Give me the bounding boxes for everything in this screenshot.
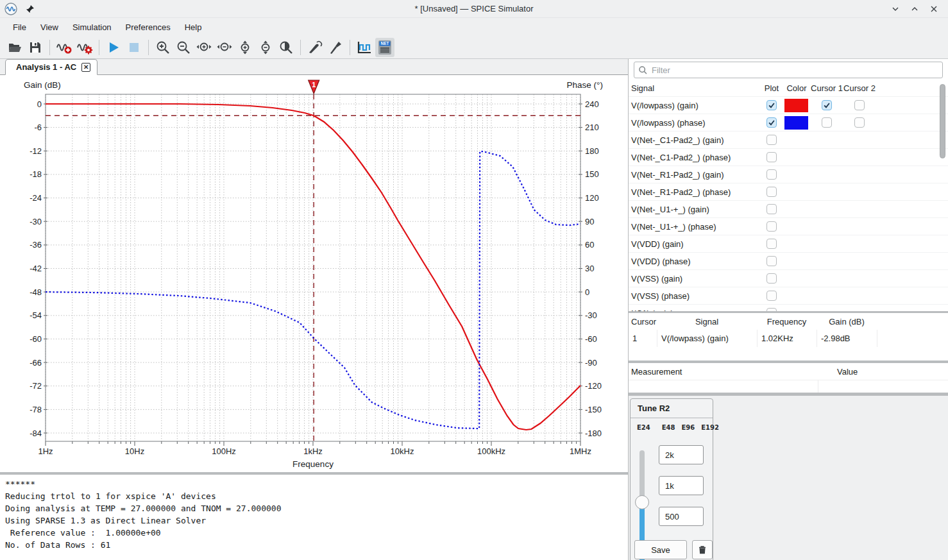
plot-checkbox[interactable] — [761, 169, 783, 180]
stop-simulation-button[interactable] — [124, 38, 144, 57]
close-button[interactable] — [929, 4, 939, 14]
signal-row[interactable]: V(VDD) (phase) — [629, 252, 948, 269]
tune-delete-button[interactable] — [692, 540, 713, 559]
e-series-tab-e96[interactable]: E96 — [679, 421, 698, 434]
tune-value-field[interactable]: 1k — [659, 476, 704, 495]
signal-row[interactable]: V(Net-_U1-+_) (gain) — [629, 200, 948, 217]
tune-slider-handle[interactable] — [635, 495, 649, 509]
cursor2-checkbox[interactable] — [843, 117, 876, 128]
checkbox[interactable] — [766, 135, 777, 145]
maximize-button[interactable] — [910, 4, 920, 14]
signal-row[interactable]: V(VSS) (gain) — [629, 269, 948, 287]
signal-name: I(C1) (gain) — [629, 309, 761, 312]
svg-text:-180: -180 — [585, 428, 602, 438]
signal-row[interactable]: V(VDD) (gain) — [629, 235, 948, 252]
menu-preferences[interactable]: Preferences — [119, 20, 177, 35]
pin-icon[interactable] — [25, 4, 35, 14]
plot-checkbox[interactable] — [761, 239, 783, 249]
tab-close-icon[interactable]: ✕ — [81, 63, 90, 72]
checkbox[interactable] — [766, 169, 777, 180]
signal-row[interactable]: V(Net-_R1-Pad2_) (phase) — [629, 183, 948, 200]
menu-simulation[interactable]: Simulation — [66, 20, 118, 35]
probe-button[interactable] — [305, 38, 325, 57]
signal-row[interactable]: V(/lowpass) (phase) — [629, 114, 948, 131]
measurement-empty-row[interactable] — [629, 380, 948, 393]
plot-checkbox[interactable] — [761, 291, 783, 301]
svg-text:1Hz: 1Hz — [38, 446, 53, 456]
signal-row[interactable]: V(Net-_C1-Pad2_) (gain) — [629, 131, 948, 148]
cursor2-checkbox[interactable] — [843, 100, 876, 110]
zoom-in-button[interactable] — [153, 38, 173, 57]
signal-list-scrollbar[interactable] — [940, 84, 945, 158]
new-analysis-button[interactable] — [55, 38, 74, 57]
zoom-to-fit-button[interactable] — [276, 38, 296, 57]
tab-analysis-1-ac[interactable]: Analysis 1 - AC ✕ — [5, 59, 97, 75]
zoom-in-vertically-button[interactable] — [235, 38, 255, 57]
plot-checkbox[interactable] — [761, 187, 783, 197]
tune-max-field[interactable]: 2k — [659, 445, 704, 464]
plot-checkbox[interactable] — [761, 135, 783, 145]
menu-file[interactable]: File — [6, 20, 33, 35]
sim-settings-button[interactable] — [75, 38, 94, 57]
e-series-tab-e48[interactable]: E48 — [659, 421, 679, 434]
plot-checkbox[interactable] — [761, 204, 783, 214]
checkbox[interactable] — [766, 221, 777, 232]
tune-button[interactable] — [326, 38, 345, 57]
signal-row[interactable]: V(VSS) (phase) — [629, 287, 948, 304]
menu-view[interactable]: View — [34, 20, 65, 35]
signal-row[interactable]: V(Net-_U1-+_) (phase) — [629, 217, 948, 235]
checkbox[interactable] — [822, 117, 832, 128]
plot-canvas[interactable]: 0240-6210-12180-18150-24120-3090-3660-42… — [0, 75, 629, 472]
e-series-tab-e192[interactable]: E192 — [698, 421, 722, 434]
plot-checkbox[interactable] — [761, 221, 783, 232]
checkbox[interactable] — [766, 256, 777, 266]
checkbox[interactable] — [854, 100, 865, 110]
open-workbook-button[interactable] — [5, 38, 24, 57]
checkbox[interactable] — [766, 308, 777, 311]
trash-icon — [697, 545, 707, 555]
color-swatch[interactable] — [784, 116, 808, 130]
plot-checkbox[interactable] — [761, 273, 783, 284]
color-swatch[interactable] — [784, 99, 808, 112]
checkbox-checked[interactable] — [822, 100, 832, 110]
checkbox[interactable] — [766, 273, 777, 284]
show-netlist-button[interactable]: NET — [375, 38, 394, 57]
tune-min-field[interactable]: 500 — [659, 507, 704, 526]
plot-checkbox[interactable] — [761, 308, 783, 311]
plot-checkbox[interactable] — [761, 152, 783, 162]
zoom-out-horizontally-button[interactable] — [215, 38, 234, 57]
checkbox[interactable] — [766, 152, 777, 162]
plot-checkbox[interactable] — [761, 100, 783, 110]
signal-row[interactable]: V(/lowpass) (gain) — [629, 96, 948, 114]
zoom-out-vertically-button[interactable] — [256, 38, 275, 57]
checkbox[interactable] — [854, 117, 865, 128]
checkbox[interactable] — [766, 187, 777, 197]
zoom-out-button[interactable] — [174, 38, 193, 57]
run-simulation-button[interactable] — [104, 38, 123, 57]
plot-checkbox[interactable] — [761, 117, 783, 128]
save-workbook-button[interactable] — [26, 38, 45, 57]
checkbox-checked[interactable] — [766, 117, 777, 128]
e-series-tab-e24[interactable]: E24 — [634, 421, 654, 434]
waveform-plot-button[interactable] — [355, 38, 374, 57]
cursor-row[interactable]: 1 V(/lowpass) (gain) 1.02KHz -2.98dB — [629, 330, 948, 347]
cursor1-checkbox[interactable] — [811, 117, 843, 128]
signal-row[interactable]: V(Net-_C1-Pad2_) (phase) — [629, 148, 948, 165]
signal-row[interactable]: V(Net-_R1-Pad2_) (gain) — [629, 165, 948, 183]
plot-checkbox[interactable] — [761, 256, 783, 266]
cursor-1-marker[interactable]: 1 — [309, 80, 319, 94]
tune-save-button[interactable]: Save — [634, 540, 687, 559]
menu-help[interactable]: Help — [178, 20, 208, 35]
cursor1-checkbox[interactable] — [811, 100, 843, 110]
svg-text:-150: -150 — [585, 405, 602, 414]
tune-slider-track-upper[interactable] — [639, 450, 645, 502]
filter-input[interactable] — [652, 65, 938, 75]
svg-text:-84: -84 — [30, 428, 42, 438]
checkbox[interactable] — [766, 239, 777, 249]
checkbox[interactable] — [766, 204, 777, 214]
checkbox[interactable] — [766, 291, 777, 301]
zoom-in-horizontally-button[interactable] — [194, 38, 214, 57]
minimize-button[interactable] — [890, 4, 901, 14]
checkbox-checked[interactable] — [766, 100, 777, 110]
signal-row[interactable]: I(C1) (gain) — [629, 304, 948, 311]
